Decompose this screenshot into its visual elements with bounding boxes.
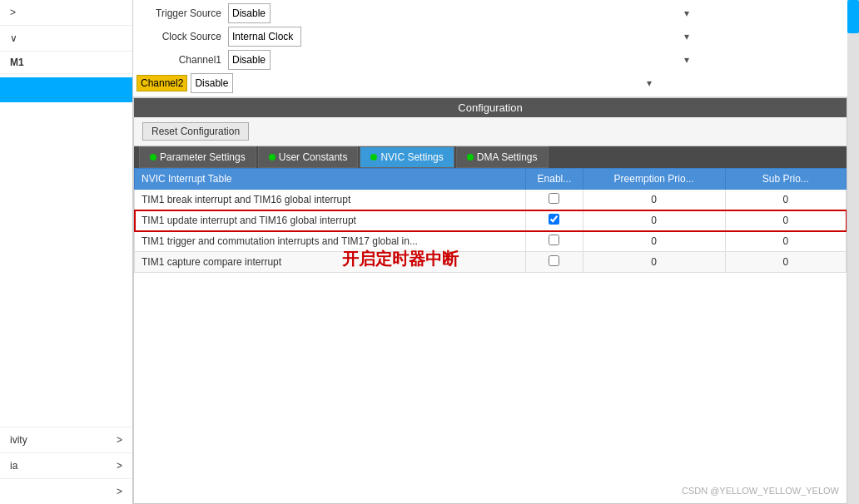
sidebar-label-m1: M1 (0, 52, 132, 74)
tab-nvic-settings[interactable]: NVIC Settings (360, 146, 454, 168)
tab-dma-dot (467, 154, 474, 161)
sidebar-item-2[interactable]: ∨ (0, 26, 132, 52)
preemption-1: 0 (583, 190, 725, 210)
tab-user-constants[interactable]: User Constants (258, 146, 359, 168)
clock-source-wrapper: Internal Clock External Clock (228, 27, 694, 47)
nvic-table-container: NVIC Interrupt Table Enabl... Preemption… (134, 168, 847, 503)
scrollbar-thumb[interactable] (847, 0, 859, 33)
nvic-header-preemption: Preemption Prio... (583, 169, 725, 190)
channel2-label: Channel2 (137, 75, 187, 91)
scrollbar-right[interactable] (847, 0, 859, 504)
sidebar-ivity-label: ivity (10, 434, 27, 446)
table-row: TIM1 update interrupt and TIM16 global i… (135, 210, 847, 231)
clock-source-row: Clock Source Internal Clock External Clo… (137, 27, 844, 47)
checkbox-3[interactable] (549, 235, 559, 245)
clock-source-label: Clock Source (137, 31, 228, 42)
sidebar-chevron-1: > (10, 7, 16, 18)
config-toolbar: Reset Configuration (134, 117, 847, 146)
sidebar-item3-chevron: > (117, 486, 122, 497)
sidebar-ia-label: ia (10, 460, 17, 472)
tab-nvic-label: NVIC Settings (380, 151, 443, 163)
tab-parameter-label: Parameter Settings (160, 151, 246, 163)
sub-2: 0 (725, 210, 846, 231)
tab-nvic-dot (370, 154, 377, 161)
table-row: TIM1 capture compare interrupt 0 0 (135, 252, 847, 273)
interrupt-name-2: TIM1 update interrupt and TIM16 global i… (135, 210, 526, 231)
enable-checkbox-2[interactable] (526, 210, 583, 231)
sidebar-item-1[interactable]: > (0, 0, 132, 26)
sidebar: > ∨ M1 ivity > ia > > (0, 0, 133, 504)
sidebar-chevron-2: ∨ (10, 32, 17, 44)
sidebar-ia-chevron: > (117, 460, 122, 472)
channel2-row: Channel2 Disable Enable (137, 73, 844, 93)
preemption-2: 0 (583, 210, 725, 231)
top-dropdowns: Trigger Source Disable Enable Clock Sour… (133, 0, 847, 97)
tab-user-constants-dot (269, 154, 276, 161)
enable-checkbox-4[interactable] (526, 252, 583, 273)
watermark: CSDN @YELLOW_YELLOW_YELOW (682, 486, 839, 496)
channel2-select[interactable]: Disable Enable (191, 73, 233, 93)
tab-parameter-dot (150, 154, 156, 161)
enable-checkbox-1[interactable] (526, 190, 583, 210)
trigger-source-wrapper: Disable Enable (228, 3, 694, 23)
sidebar-active-bar (0, 77, 132, 102)
preemption-4: 0 (583, 252, 725, 273)
sidebar-item-3[interactable]: > (0, 478, 132, 504)
tab-bar: Parameter Settings User Constants NVIC S… (134, 146, 847, 168)
tab-dma-label: DMA Settings (477, 151, 538, 163)
reset-config-button[interactable]: Reset Configuration (142, 122, 249, 141)
clock-source-select[interactable]: Internal Clock External Clock (228, 27, 301, 47)
tab-user-constants-label: User Constants (279, 151, 348, 163)
channel1-select[interactable]: Disable Enable (228, 50, 271, 70)
config-header: Configuration (134, 98, 847, 117)
channel2-wrapper: Disable Enable (191, 73, 657, 93)
sub-1: 0 (725, 190, 846, 210)
sub-4: 0 (725, 252, 846, 273)
nvic-header-sub: Sub Prio... (725, 169, 846, 190)
sidebar-item-ivity[interactable]: ivity > (0, 427, 132, 452)
sidebar-bottom: ivity > ia > > (0, 427, 132, 504)
trigger-source-row: Trigger Source Disable Enable (137, 3, 844, 23)
tab-dma-settings[interactable]: DMA Settings (456, 146, 549, 168)
trigger-source-label: Trigger Source (137, 7, 228, 19)
sidebar-item-ia[interactable]: ia > (0, 452, 132, 478)
checkbox-4[interactable] (549, 255, 559, 266)
channel1-wrapper: Disable Enable (228, 50, 694, 70)
config-panel: Configuration Reset Configuration Parame… (133, 97, 847, 504)
enable-checkbox-3[interactable] (526, 231, 583, 252)
interrupt-name-3: TIM1 trigger and commutation interrupts … (135, 231, 526, 252)
nvic-header-name: NVIC Interrupt Table (135, 169, 526, 190)
preemption-3: 0 (583, 231, 725, 252)
table-row: TIM1 break interrupt and TIM16 global in… (135, 190, 847, 210)
channel1-row: Channel1 Disable Enable (137, 50, 844, 70)
nvic-header-enable: Enabl... (526, 169, 583, 190)
checkbox-1[interactable] (549, 193, 559, 204)
nvic-table: NVIC Interrupt Table Enabl... Preemption… (134, 168, 847, 273)
table-row: TIM1 trigger and commutation interrupts … (135, 231, 847, 252)
content-area: Trigger Source Disable Enable Clock Sour… (133, 0, 847, 504)
checkbox-2[interactable] (549, 214, 559, 225)
tab-parameter-settings[interactable]: Parameter Settings (139, 146, 256, 168)
sub-3: 0 (725, 231, 846, 252)
trigger-source-select[interactable]: Disable Enable (228, 3, 271, 23)
sidebar-ivity-chevron: > (117, 434, 122, 446)
interrupt-name-4: TIM1 capture compare interrupt (135, 252, 526, 273)
interrupt-name-1: TIM1 break interrupt and TIM16 global in… (135, 190, 526, 210)
channel1-label: Channel1 (137, 54, 228, 66)
